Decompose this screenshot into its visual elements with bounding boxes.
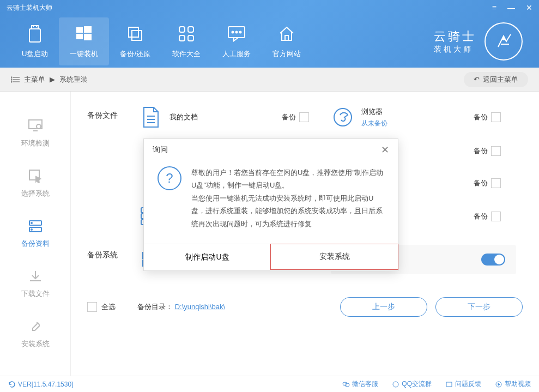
nav-software[interactable]: 软件大全	[161, 17, 211, 65]
svg-rect-5	[84, 26, 92, 33]
monitor-gear-icon	[27, 118, 44, 134]
svg-point-33	[31, 229, 32, 230]
kill-mode-toggle[interactable]	[481, 254, 505, 266]
svg-rect-12	[179, 35, 185, 41]
minimize-icon[interactable]: —	[507, 3, 515, 12]
brand: 云骑士 装机大师	[434, 22, 523, 61]
return-icon: ↶	[474, 75, 480, 83]
brand-logo-icon	[485, 22, 523, 61]
version-label[interactable]: VER[11.5.47.1530]	[8, 381, 73, 388]
svg-point-17	[240, 32, 241, 33]
checkbox-documents[interactable]	[299, 112, 309, 122]
svg-rect-4	[76, 27, 83, 33]
svg-point-53	[393, 382, 398, 387]
chevron-right-icon: ▶	[50, 75, 55, 83]
close-icon[interactable]: ✕	[526, 3, 532, 12]
browser-icon	[331, 105, 355, 129]
svg-rect-7	[84, 34, 92, 40]
select-all-label: 全选	[101, 302, 116, 312]
breadcrumb: 主菜单 ▶ 系统重装	[11, 75, 88, 85]
backup-item-documents: 我的文档 备份	[139, 105, 331, 129]
svg-point-24	[11, 79, 12, 80]
svg-point-15	[232, 32, 234, 33]
section-files-label: 备份文件	[87, 105, 139, 228]
refresh-icon	[8, 381, 16, 388]
svg-point-37	[334, 108, 352, 126]
sidebar-env-check[interactable]: 环境检测	[0, 108, 70, 158]
backup-dir-link[interactable]: D:\yunqishi\bak\	[175, 303, 226, 311]
svg-point-19	[502, 37, 505, 40]
download-icon	[27, 268, 44, 285]
sidebar-download[interactable]: 下载文件	[0, 258, 70, 309]
menu-icon[interactable]: ≡	[492, 3, 496, 12]
backup-item-browser: 浏览器从未备份 备份	[331, 105, 523, 129]
video-icon	[495, 381, 502, 388]
next-button[interactable]: 下一步	[435, 297, 523, 317]
nav-one-click[interactable]: 一键装机	[59, 17, 109, 65]
svg-rect-11	[188, 27, 193, 32]
select-all-checkbox[interactable]	[87, 302, 97, 312]
checkbox-drivers[interactable]	[491, 212, 501, 221]
nav-backup-restore[interactable]: 备份/还原	[109, 17, 161, 65]
wechat-icon	[342, 381, 350, 388]
windows-icon	[74, 24, 94, 44]
home-icon	[277, 24, 296, 44]
svg-rect-0	[29, 29, 40, 42]
modal-close-button[interactable]: ✕	[381, 144, 389, 156]
qq-icon	[392, 381, 399, 388]
sidebar-select-system[interactable]: 选择系统	[0, 158, 70, 208]
list-icon	[11, 76, 20, 83]
modal-install-button[interactable]: 安装系统	[270, 244, 398, 270]
svg-point-16	[236, 32, 238, 33]
footer-qq[interactable]: QQ交流群	[392, 379, 432, 389]
svg-point-32	[31, 222, 32, 224]
svg-rect-10	[179, 27, 185, 32]
sidebar-backup-data[interactable]: 备份资料	[0, 208, 70, 258]
chat-icon	[227, 24, 246, 44]
svg-rect-18	[285, 35, 288, 40]
usb-icon	[25, 24, 45, 44]
section-system-label: 备份系统	[87, 245, 139, 274]
svg-rect-13	[188, 35, 193, 41]
cursor-select-icon	[27, 168, 44, 184]
modal-body-text: 尊敬的用户！若您当前存在空闲的U盘，推荐您使用"制作启动U盘"功能，制作一键启动…	[191, 166, 384, 230]
checkbox-browser[interactable]	[491, 112, 501, 122]
sidebar-install[interactable]: 安装系统	[0, 309, 70, 359]
backup-dir-label: 备份目录：	[137, 303, 173, 311]
copy-icon	[125, 24, 145, 44]
nav-usb-boot[interactable]: U盘启动	[11, 17, 59, 65]
prev-button[interactable]: 上一步	[340, 297, 427, 317]
apps-icon	[177, 24, 196, 44]
svg-point-25	[11, 81, 12, 82]
footer-wechat[interactable]: 微信客服	[342, 379, 378, 389]
footer-help[interactable]: 帮助视频	[495, 379, 531, 389]
return-main-button[interactable]: ↶ 返回主菜单	[464, 72, 528, 87]
svg-point-23	[11, 77, 12, 78]
svg-rect-1	[32, 26, 38, 29]
document-icon	[139, 105, 163, 129]
nav-service[interactable]: 人工服务	[211, 17, 262, 65]
checkbox-qq[interactable]	[491, 146, 501, 156]
svg-point-28	[37, 124, 41, 129]
svg-rect-9	[132, 31, 142, 40]
feedback-icon	[445, 381, 453, 388]
modal-title: 询问	[153, 145, 168, 155]
svg-rect-8	[129, 27, 138, 37]
modal-make-usb-button[interactable]: 制作启动U盘	[144, 244, 271, 270]
window-title: 云骑士装机大师	[7, 3, 52, 13]
confirm-modal: 询问 ✕ ? 尊敬的用户！若您当前存在空闲的U盘，推荐您使用"制作启动U盘"功能…	[143, 138, 398, 271]
wrench-icon	[27, 318, 44, 335]
server-icon	[27, 218, 44, 234]
svg-rect-6	[76, 34, 83, 39]
question-icon: ?	[158, 166, 181, 190]
nav-website[interactable]: 官方网站	[262, 17, 312, 65]
footer-feedback[interactable]: 问题反馈	[445, 379, 481, 389]
checkbox-wangwang[interactable]	[491, 178, 501, 188]
svg-rect-54	[446, 382, 452, 387]
